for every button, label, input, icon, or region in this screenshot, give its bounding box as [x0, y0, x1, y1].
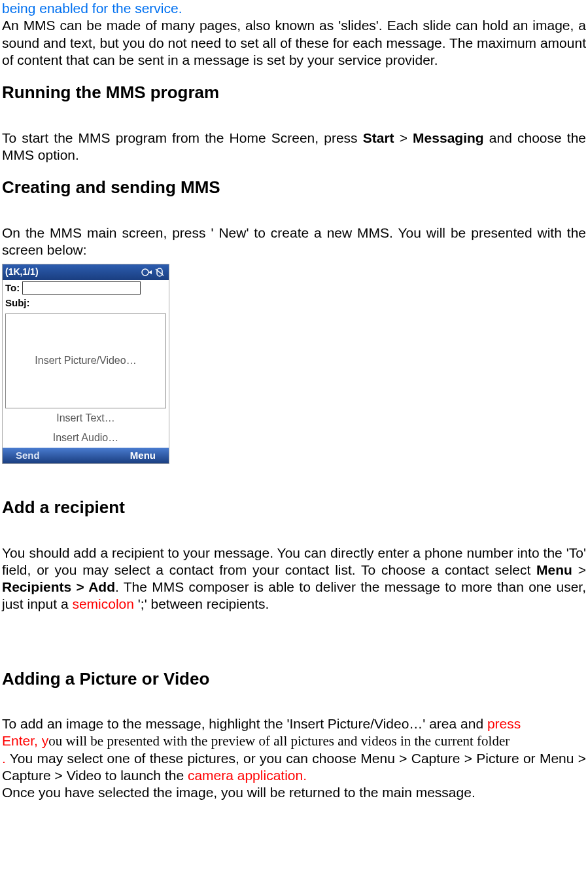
picture-paragraph-2: Enter, you will be presented with the pr…: [2, 732, 586, 749]
heading-picture: Adding a Picture or Video: [2, 668, 586, 690]
insert-audio-area[interactable]: Insert Audio…: [5, 428, 166, 448]
bottombar: Send Menu: [3, 448, 169, 463]
intro-paragraph: An MMS can be made of many pages, also k…: [2, 17, 586, 69]
picture-paragraph-1: To add an image to the message, highligh…: [2, 715, 586, 732]
intro-blue-line: being enabled for the service.: [2, 0, 586, 17]
semicolon-red: semicolon: [72, 596, 134, 611]
heading-recipient: Add a recipient: [2, 497, 586, 518]
titlebar-icons: [141, 268, 166, 277]
insert-text-area[interactable]: Insert Text…: [5, 408, 166, 428]
press-red: press: [487, 716, 521, 731]
subj-row: Subj:: [3, 296, 169, 314]
pic-line1-pre: To add an image to the message, highligh…: [2, 716, 487, 731]
to-label: To:: [5, 282, 20, 295]
volume-icon: [154, 268, 166, 277]
recipient-paragraph: You should add a recipient to your messa…: [2, 545, 586, 613]
subj-label: Subj:: [5, 297, 30, 308]
picture-paragraph-3: . You may select one of these pictures, …: [2, 750, 586, 785]
insert-picture-label: Insert Picture/Video…: [35, 354, 136, 367]
recipients-add-bold: Recipients > Add: [2, 579, 115, 594]
camera-red: camera application.: [188, 768, 307, 783]
mixed-font-text: ou will be presented with the preview of…: [48, 733, 510, 749]
recipient-pre: You should add a recipient to your messa…: [2, 545, 586, 577]
titlebar: (1K,1/1): [3, 264, 169, 280]
picture-paragraph-4: Once you have selected the image, you wi…: [2, 784, 586, 801]
insert-picture-area[interactable]: Insert Picture/Video…: [5, 314, 166, 408]
enter-y-red: Enter, y: [2, 733, 48, 748]
running-para-pre: To start the MMS program from the Home S…: [2, 130, 363, 145]
running-gt1: >: [394, 130, 413, 145]
signal-icon: [141, 268, 153, 277]
heading-running: Running the MMS program: [2, 82, 586, 103]
to-row: To:: [3, 280, 169, 296]
recipient-post: ';' between recipients.: [134, 596, 269, 611]
running-paragraph: To start the MMS program from the Home S…: [2, 130, 586, 164]
messaging-bold: Messaging: [413, 130, 484, 145]
start-bold: Start: [363, 130, 394, 145]
send-button[interactable]: Send: [16, 450, 40, 462]
to-input[interactable]: [22, 281, 141, 295]
heading-creating: Creating and sending MMS: [2, 177, 586, 198]
content-area: Insert Picture/Video… Insert Text… Inser…: [3, 314, 169, 448]
svg-point-0: [142, 269, 148, 276]
mms-composer-screenshot: (1K,1/1) To: Subj: Insert Picture/Video……: [2, 264, 169, 464]
menu-bold: Menu: [536, 562, 572, 577]
menu-button[interactable]: Menu: [130, 450, 156, 462]
creating-paragraph: On the MMS main screen, press ' New' to …: [2, 224, 586, 259]
recipient-gt: >: [572, 562, 586, 577]
titlebar-text: (1K,1/1): [5, 266, 39, 278]
